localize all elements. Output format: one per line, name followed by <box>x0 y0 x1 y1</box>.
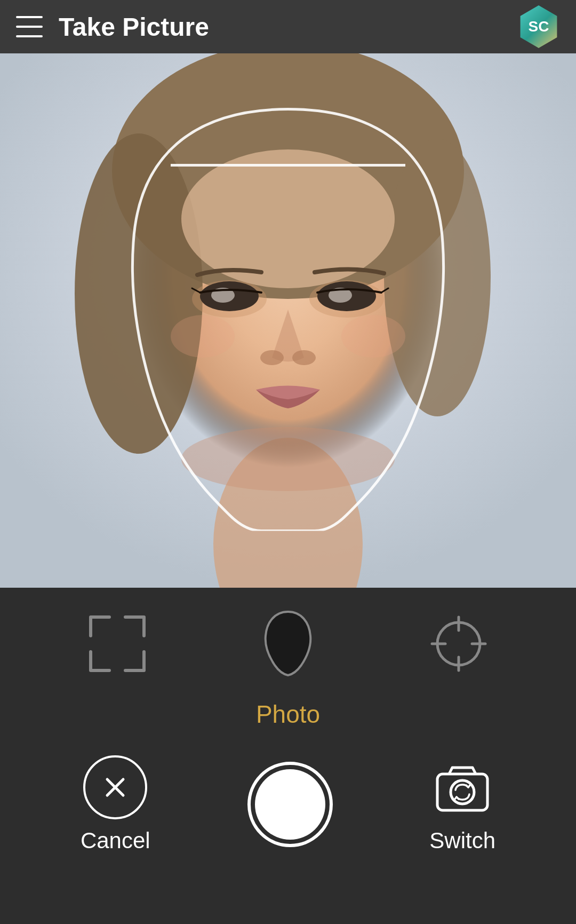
camera-view <box>0 53 576 588</box>
cancel-icon <box>83 755 147 819</box>
face-guide-overlay <box>107 93 469 531</box>
switch-label: Switch <box>429 828 495 854</box>
face-outline-icon[interactable] <box>253 609 323 678</box>
avatar[interactable]: SC <box>517 5 560 48</box>
switch-camera-icon <box>430 755 494 819</box>
page-title: Take Picture <box>59 12 517 42</box>
cancel-label: Cancel <box>81 828 150 854</box>
avatar-initials: SC <box>529 18 549 35</box>
shutter-button[interactable] <box>247 762 333 847</box>
controls-bar: Photo Cancel <box>0 588 576 924</box>
crosshair-icon[interactable] <box>424 609 493 678</box>
action-row: Cancel <box>0 755 576 854</box>
mode-label[interactable]: Photo <box>256 700 320 729</box>
cancel-button[interactable]: Cancel <box>81 755 150 854</box>
switch-button[interactable]: Switch <box>429 755 495 854</box>
icons-row <box>0 609 576 678</box>
menu-icon[interactable] <box>16 16 43 37</box>
app-header: Take Picture SC <box>0 0 576 53</box>
shutter-inner <box>255 769 325 840</box>
frame-icon[interactable] <box>83 609 152 678</box>
